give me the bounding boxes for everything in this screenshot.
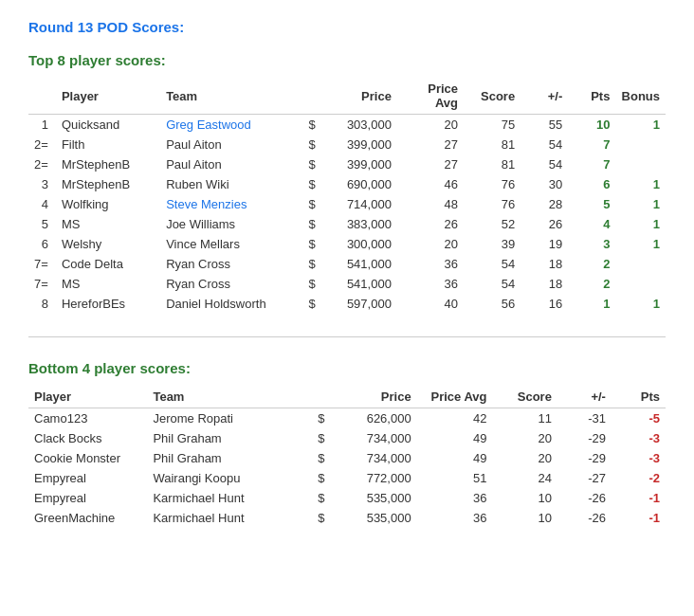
cell-price-sym: $ — [302, 154, 320, 174]
cell-plusminus: -31 — [557, 408, 612, 429]
cell-price-avg: 49 — [417, 448, 493, 468]
cell-player: MrStephenB — [56, 154, 160, 174]
cell-plusminus: 54 — [520, 135, 568, 154]
cell-bonus: 1 — [615, 194, 666, 214]
cell-price-avg: 40 — [397, 294, 464, 314]
cell-price-avg: 26 — [397, 214, 464, 234]
table-row: 6 Welshy Vince Mellars $ 300,000 20 39 1… — [28, 234, 666, 254]
cell-team: Karmichael Hunt — [147, 508, 309, 528]
cell-pts: 5 — [568, 194, 615, 214]
cell-bonus — [615, 135, 666, 154]
cell-price-sym: $ — [310, 408, 331, 429]
cell-price: 690,000 — [321, 174, 397, 194]
cell-pts: 4 — [568, 214, 615, 234]
cell-price-sym: $ — [302, 174, 320, 194]
cell-player: Clack Bocks — [28, 428, 147, 448]
cell-price: 535,000 — [330, 488, 416, 508]
cell-price: 541,000 — [321, 274, 397, 294]
table-row: 4 Wolfking Steve Menzies $ 714,000 48 76… — [28, 194, 666, 214]
cell-price-avg: 36 — [417, 508, 493, 528]
cell-plusminus: -26 — [557, 508, 612, 528]
cell-rank: 5 — [28, 214, 56, 234]
cell-price: 383,000 — [321, 214, 397, 234]
cell-player: Empyreal — [28, 488, 147, 508]
cell-rank: 3 — [28, 174, 56, 194]
cell-price: 597,000 — [321, 294, 397, 314]
cell-price-avg: 36 — [417, 488, 493, 508]
cell-player: Filth — [56, 135, 160, 154]
cell-score: 52 — [464, 214, 520, 234]
cell-price: 399,000 — [321, 135, 397, 154]
cell-rank: 2= — [28, 135, 56, 154]
cell-bonus: 1 — [615, 174, 666, 194]
cell-player: MrStephenB — [56, 174, 160, 194]
cell-price-avg: 49 — [417, 428, 493, 448]
cell-score: 20 — [492, 448, 557, 468]
cell-price: 734,000 — [330, 428, 416, 448]
cell-bonus — [615, 154, 666, 174]
cell-player: MS — [56, 274, 160, 294]
top-scores-table: Player Team Price Price Avg Score +/- Pt… — [28, 78, 666, 314]
cell-score: 81 — [464, 135, 520, 154]
bottom-header-team: Team — [147, 386, 309, 408]
header-rank — [28, 78, 56, 115]
cell-player: Wolfking — [56, 194, 160, 214]
cell-price-sym: $ — [302, 234, 320, 254]
cell-price-avg: 36 — [397, 254, 464, 274]
cell-price-sym: $ — [302, 294, 320, 314]
table-row: 2= Filth Paul Aiton $ 399,000 27 81 54 7 — [28, 135, 666, 154]
cell-pts: 7 — [568, 135, 615, 154]
cell-plusminus: 28 — [520, 194, 568, 214]
cell-player: Code Delta — [56, 254, 160, 274]
cell-pts: 10 — [568, 115, 615, 136]
cell-price: 734,000 — [330, 448, 416, 468]
bottom-header-price-sym — [310, 386, 331, 408]
cell-score: 81 — [464, 154, 520, 174]
cell-price: 535,000 — [330, 508, 416, 528]
cell-plusminus: 55 — [520, 115, 568, 136]
cell-score: 75 — [464, 115, 520, 136]
bottom-section-title: Bottom 4 player scores: — [28, 360, 666, 376]
cell-pts: 7 — [568, 154, 615, 174]
cell-price-sym: $ — [302, 115, 320, 136]
cell-team: Wairangi Koopu — [147, 468, 309, 488]
cell-player: Camo123 — [28, 408, 147, 429]
cell-player: Welshy — [56, 234, 160, 254]
cell-pts: 2 — [568, 254, 615, 274]
cell-price-avg: 48 — [397, 194, 464, 214]
cell-price-avg: 27 — [397, 154, 464, 174]
cell-price-avg: 20 — [397, 115, 464, 136]
cell-plusminus: 54 — [520, 154, 568, 174]
cell-team: Ryan Cross — [160, 254, 302, 274]
cell-pts: 1 — [568, 294, 615, 314]
cell-bonus: 1 — [615, 234, 666, 254]
cell-price-sym: $ — [310, 448, 331, 468]
cell-score: 10 — [492, 508, 557, 528]
cell-player: Quicksand — [56, 115, 160, 136]
cell-price-sym: $ — [310, 428, 331, 448]
cell-price-sym: $ — [310, 488, 331, 508]
cell-score: 76 — [464, 194, 520, 214]
cell-price-sym: $ — [302, 194, 320, 214]
bottom-header-price-avg: Price Avg — [417, 386, 493, 408]
cell-price-avg: 51 — [417, 468, 493, 488]
cell-plusminus: 16 — [520, 294, 568, 314]
table-row: 3 MrStephenB Ruben Wiki $ 690,000 46 76 … — [28, 174, 666, 194]
cell-team: Karmichael Hunt — [147, 488, 309, 508]
cell-team: Phil Graham — [147, 448, 309, 468]
header-price: Price — [321, 78, 397, 115]
cell-plusminus: 30 — [520, 174, 568, 194]
header-price-sym — [302, 78, 320, 115]
table-row: 1 Quicksand Greg Eastwood $ 303,000 20 7… — [28, 115, 666, 136]
cell-team: Steve Menzies — [160, 194, 302, 214]
cell-score: 54 — [464, 254, 520, 274]
cell-player: GreenMachine — [28, 508, 147, 528]
cell-price: 772,000 — [330, 468, 416, 488]
bottom-header-score: Score — [492, 386, 557, 408]
table-row: Camo123 Jerome Ropati $ 626,000 42 11 -3… — [28, 408, 666, 429]
cell-pts: -1 — [612, 488, 666, 508]
cell-rank: 7= — [28, 254, 56, 274]
cell-team: Phil Graham — [147, 428, 309, 448]
cell-pts: -1 — [612, 508, 666, 528]
cell-pts: 3 — [568, 234, 615, 254]
